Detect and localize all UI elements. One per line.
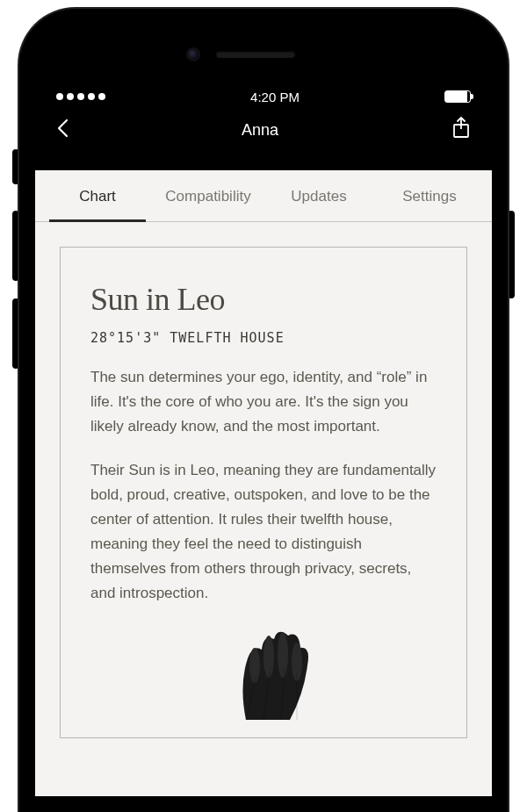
- phone-mute-switch: [12, 149, 19, 184]
- card-title: Sun in Leo: [90, 281, 437, 318]
- phone-frame: 4:20 PM Anna Chart: [19, 9, 508, 812]
- tab-bar: Chart Compatibility Updates Settings: [35, 170, 492, 222]
- nav-title: Anna: [242, 121, 278, 140]
- hand-icon: [193, 623, 334, 720]
- card-coordinates: 28°15'3" TWELFTH HOUSE: [90, 330, 437, 346]
- phone-power-button: [508, 211, 515, 298]
- card-paragraph-2: Their Sun is in Leo, meaning they are fu…: [90, 458, 437, 606]
- battery-icon: [444, 90, 471, 103]
- phone-volume-up: [12, 211, 19, 281]
- content-sheet: Chart Compatibility Updates Settings Sun…: [35, 170, 492, 796]
- earpiece-speaker: [216, 51, 295, 58]
- tab-chart[interactable]: Chart: [42, 170, 153, 221]
- tab-settings[interactable]: Settings: [374, 170, 485, 221]
- tab-compatibility[interactable]: Compatibility: [153, 170, 264, 221]
- hand-illustration: [90, 623, 437, 720]
- navigation-bar: Anna: [35, 107, 492, 153]
- tab-updates[interactable]: Updates: [264, 170, 374, 221]
- svg-point-3: [264, 636, 274, 678]
- share-icon: [451, 117, 471, 140]
- svg-point-4: [278, 632, 288, 678]
- signal-strength-icon: [56, 93, 105, 100]
- phone-sensor-cluster: [232, 49, 295, 60]
- back-button[interactable]: [56, 117, 69, 144]
- status-time: 4:20 PM: [250, 90, 300, 104]
- share-button[interactable]: [451, 117, 471, 143]
- card-paragraph-1: The sun determines your ego, identity, a…: [90, 365, 437, 439]
- status-bar: 4:20 PM: [35, 86, 492, 107]
- chevron-left-icon: [56, 119, 69, 138]
- front-camera: [188, 49, 199, 60]
- phone-volume-down: [12, 298, 19, 369]
- svg-point-2: [249, 648, 260, 683]
- reading-card: Sun in Leo 28°15'3" TWELFTH HOUSE The su…: [60, 247, 467, 738]
- card-container: Sun in Leo 28°15'3" TWELFTH HOUSE The su…: [35, 222, 492, 763]
- phone-screen: 4:20 PM Anna Chart: [35, 25, 492, 796]
